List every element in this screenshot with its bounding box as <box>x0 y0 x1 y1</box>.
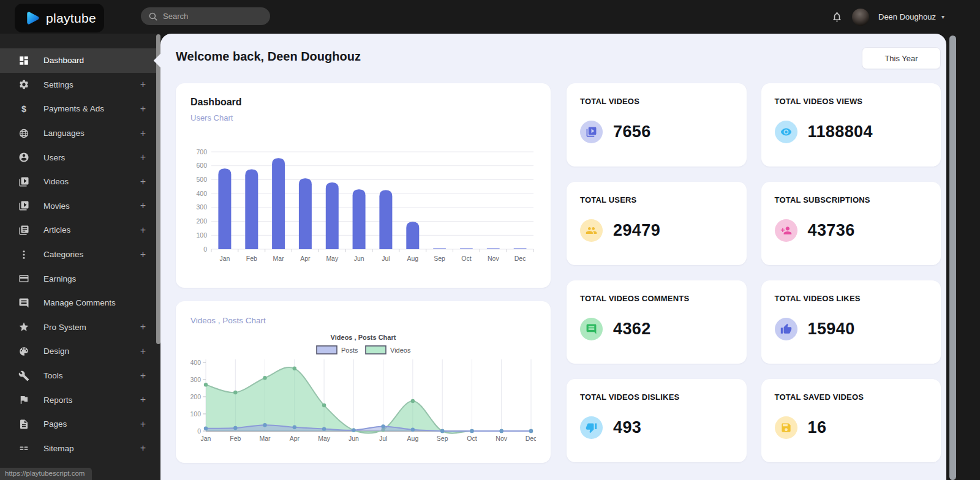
svg-text:400: 400 <box>190 359 201 366</box>
expand-plus-icon[interactable]: + <box>140 346 146 357</box>
sidebar-item-users[interactable]: Users+ <box>0 145 160 170</box>
gear-icon <box>18 79 29 91</box>
stat-card-total-videos: TOTAL VIDEOS7656 <box>567 83 747 167</box>
sidebar-item-label: Pro System <box>43 323 86 332</box>
search-icon <box>148 12 158 21</box>
wrench-icon <box>18 370 29 381</box>
expand-plus-icon[interactable]: + <box>140 103 146 114</box>
playtube-logo[interactable]: playtube <box>15 4 104 32</box>
dashboard-icon <box>18 54 29 66</box>
notifications-bell-icon[interactable] <box>831 11 843 23</box>
sidebar-item-manage-comments[interactable]: Manage Comments <box>0 291 160 315</box>
sidebar-item-label: Manage Comments <box>43 298 116 307</box>
svg-text:Videos: Videos <box>390 347 411 354</box>
sidebar-item-settings[interactable]: Settings+ <box>0 73 160 97</box>
stat-card-total-videos-likes: TOTAL VIDEOS LIKES15940 <box>761 280 941 364</box>
expand-plus-icon[interactable]: + <box>140 128 146 139</box>
sidebar-item-label: Movies <box>43 201 70 211</box>
videos-posts-chart-card: Videos , Posts Chart Videos , Posts Char… <box>176 301 551 463</box>
svg-text:700: 700 <box>196 148 207 156</box>
chevron-down-icon[interactable]: ▾ <box>941 13 944 20</box>
main-content-area: Welcome back, Deen Doughouz This Year Da… <box>160 34 980 480</box>
sidebar-item-label: Design <box>43 347 69 356</box>
stat-value: 493 <box>613 418 641 437</box>
sidebar-item-label: Articles <box>43 225 70 234</box>
article-icon <box>18 224 29 236</box>
sidebar-item-tools[interactable]: Tools+ <box>0 364 160 388</box>
stat-label: TOTAL VIDEOS COMMENTS <box>580 294 733 303</box>
user-avatar[interactable] <box>852 9 869 26</box>
sidebar-item-movies[interactable]: Movies+ <box>0 194 160 219</box>
expand-plus-icon[interactable]: + <box>140 176 146 187</box>
stat-label: TOTAL SAVED VIDEOS <box>775 392 928 402</box>
users-bar-chart: 7006005004003002001000JanFebMarAprMayJun… <box>190 147 536 268</box>
sitemap-icon <box>18 443 29 454</box>
expand-plus-icon[interactable]: + <box>140 370 146 381</box>
sidebar-item-earnings[interactable]: Earnings <box>0 266 160 291</box>
svg-text:100: 100 <box>190 410 201 418</box>
expand-plus-icon[interactable]: + <box>140 152 146 163</box>
stat-value: 15940 <box>808 320 855 339</box>
sidebar-item-label: Categories <box>43 250 83 259</box>
sidebar-item-videos[interactable]: Videos+ <box>0 170 160 194</box>
svg-text:$: $ <box>21 104 26 114</box>
search-bar[interactable] <box>141 7 270 25</box>
brand-text: playtube <box>46 11 96 26</box>
svg-text:Nov: Nov <box>488 255 499 262</box>
sidebar-item-languages[interactable]: Languages+ <box>0 121 160 146</box>
svg-text:Oct: Oct <box>461 255 471 262</box>
svg-text:Feb: Feb <box>246 255 257 262</box>
stat-label: TOTAL VIDEOS VIEWS <box>775 97 928 106</box>
sidebar-item-sitemap[interactable]: Sitemap+ <box>0 437 160 461</box>
svg-text:Jun: Jun <box>349 435 359 442</box>
expand-plus-icon[interactable]: + <box>140 443 146 454</box>
stat-label: TOTAL VIDEOS LIKES <box>775 294 928 303</box>
stat-card-total-subscriptions: TOTAL SUBSCRIPTIONS43736 <box>761 182 941 265</box>
expand-plus-icon[interactable]: + <box>140 419 146 430</box>
sidebar-item-reports[interactable]: Reports+ <box>0 388 160 412</box>
stat-card-total-videos-comments: TOTAL VIDEOS COMMENTS4362 <box>567 280 747 364</box>
sidebar: DashboardSettings+$Payments & Ads+Langua… <box>0 34 160 480</box>
search-input[interactable] <box>163 12 255 21</box>
expand-plus-icon[interactable]: + <box>140 225 146 236</box>
stat-value: 7656 <box>613 122 651 141</box>
stat-label: TOTAL VIDEOS DISLIKES <box>580 392 733 402</box>
expand-plus-icon[interactable]: + <box>140 79 146 90</box>
svg-text:300: 300 <box>190 376 201 383</box>
sidebar-item-dashboard[interactable]: Dashboard <box>0 48 160 73</box>
svg-text:Dec: Dec <box>514 255 526 262</box>
svg-text:Sep: Sep <box>437 435 448 442</box>
thumb-down-icon <box>580 416 603 439</box>
expand-plus-icon[interactable]: + <box>140 200 146 211</box>
user-icon <box>18 152 29 163</box>
expand-plus-icon[interactable]: + <box>140 321 146 332</box>
expand-plus-icon[interactable]: + <box>140 394 146 405</box>
svg-text:Aug: Aug <box>407 255 418 262</box>
user-name[interactable]: Deen Doughouz <box>878 12 936 21</box>
users-chart-card: Dashboard Users Chart 700600500400300200… <box>176 83 551 288</box>
period-filter-button[interactable]: This Year <box>862 47 941 69</box>
sidebar-item-articles[interactable]: Articles+ <box>0 218 160 242</box>
sidebar-item-label: Videos <box>43 177 69 186</box>
video-library-icon <box>580 121 603 143</box>
svg-text:600: 600 <box>196 162 207 169</box>
dots-vertical-icon <box>18 249 29 260</box>
sidebar-item-pages[interactable]: Pages+ <box>0 412 160 437</box>
svg-text:May: May <box>318 435 331 442</box>
svg-text:Jul: Jul <box>382 255 390 262</box>
stat-value: 29479 <box>613 221 660 240</box>
sidebar-item-payments-ads[interactable]: $Payments & Ads+ <box>0 97 160 121</box>
comment-icon <box>18 297 29 309</box>
sidebar-scrollbar[interactable] <box>156 34 160 344</box>
sidebar-item-categories[interactable]: Categories+ <box>0 242 160 267</box>
page-scrollbar[interactable] <box>949 36 956 480</box>
svg-text:200: 200 <box>190 393 201 400</box>
expand-plus-icon[interactable]: + <box>140 249 146 260</box>
sidebar-item-pro-system[interactable]: Pro System+ <box>0 315 160 340</box>
comment-icon <box>580 318 603 340</box>
sidebar-item-label: Pages <box>43 419 67 429</box>
svg-text:0: 0 <box>203 246 207 253</box>
svg-text:Posts: Posts <box>341 347 358 354</box>
stat-card-total-users: TOTAL USERS29479 <box>567 182 747 265</box>
sidebar-item-design[interactable]: Design+ <box>0 339 160 364</box>
